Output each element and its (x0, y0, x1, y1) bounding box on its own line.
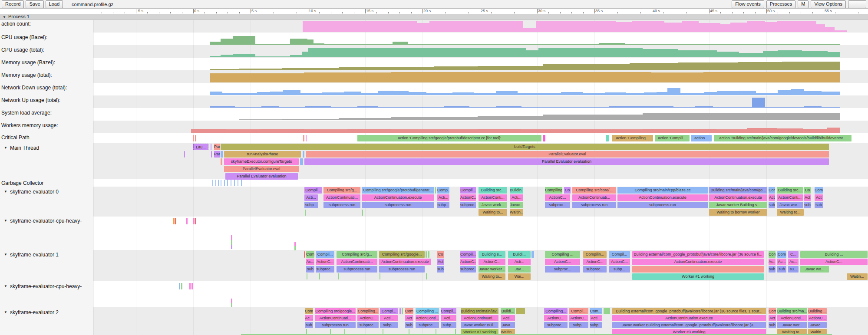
trace-event[interactable] (303, 151, 304, 158)
trace-event[interactable]: subproc... (357, 322, 379, 328)
trace-event[interactable] (402, 308, 403, 314)
trace-event[interactable]: subp... (380, 322, 398, 328)
trace-event[interactable] (426, 251, 427, 258)
trace-event[interactable]: Com (815, 187, 823, 194)
trace-event[interactable]: Buildi... (501, 308, 515, 314)
trace-event[interactable]: Ac... (769, 259, 776, 265)
trace-event[interactable] (184, 151, 185, 158)
trace-event[interactable]: Building s... (479, 251, 505, 258)
trace-event[interactable]: Compiling src/g... (323, 187, 360, 194)
trace-event[interactable]: Com (777, 251, 786, 258)
trace-event[interactable]: subproc... (316, 266, 334, 273)
trace-event[interactable]: subprocess.run (362, 202, 434, 208)
trace-event[interactable]: subproc... (583, 266, 607, 273)
trace-event[interactable]: Act (804, 194, 811, 201)
trace-event[interactable]: Building src/main/java/com/go... (709, 187, 767, 194)
trace-event[interactable]: Compili... (460, 251, 476, 258)
trace-event[interactable]: ActionC... (800, 259, 868, 265)
trace-event[interactable]: Par (214, 151, 220, 158)
trace-event[interactable]: sub (437, 266, 444, 273)
trace-event[interactable]: subprocess.run (337, 266, 377, 273)
sidebar-track-skyframe-evaluator-1[interactable]: ▼skyframe-evaluator 1 (0, 251, 93, 258)
trace-event[interactable]: Par (214, 144, 220, 150)
trace-event[interactable]: ActionC... (545, 259, 580, 265)
trace-event[interactable]: ActionC... (583, 259, 607, 265)
trace-event[interactable]: Com... (590, 308, 602, 314)
flow-events-button[interactable]: Flow events (732, 0, 764, 8)
trace-event[interactable] (306, 135, 307, 141)
trace-event[interactable]: Compiling src/google... (315, 308, 356, 314)
trace-event[interactable]: ActionConti... (777, 194, 803, 201)
trace-event[interactable]: Com (769, 308, 776, 314)
sidebar-track-main-thread[interactable]: ▼Main Thread (0, 145, 93, 151)
trace-event[interactable]: sub (405, 322, 413, 328)
trace-event[interactable]: skyframeExecutor.configureTargets (224, 158, 299, 165)
trace-event[interactable]: runAnalysisPhase (224, 151, 301, 158)
trace-event[interactable] (300, 158, 303, 165)
trace-event[interactable]: Acti... (441, 315, 456, 321)
trace-event[interactable] (516, 308, 525, 314)
trace-event[interactable]: ActionC... (569, 315, 588, 321)
trace-event[interactable] (428, 251, 429, 258)
sidebar-track-skyframe-evaluator-0[interactable]: ▼skyframe-evaluator 0 (0, 188, 93, 195)
trace-event[interactable]: Ac... (305, 315, 313, 321)
trace-event[interactable]: Act (769, 194, 775, 201)
trace-event[interactable]: Buildi... (508, 251, 531, 258)
trace-event[interactable]: Acti... (508, 259, 531, 265)
trace-event[interactable]: Javac wor... (777, 202, 803, 208)
trace-event[interactable]: Acti... (304, 194, 318, 201)
trace-event[interactable]: Building src... (479, 187, 507, 194)
trace-event[interactable]: Ac... (788, 259, 799, 265)
trace-event[interactable]: Com (405, 308, 413, 314)
trace-event[interactable]: ActionContinuati... (461, 315, 498, 321)
trace-event[interactable]: Compiling src/core/... (572, 187, 616, 194)
trace-event[interactable]: Compiling src/google... (379, 251, 425, 258)
processes-button[interactable]: Processes (766, 0, 795, 8)
trace-event[interactable]: Acti... (510, 194, 523, 201)
trace-event[interactable]: C... (788, 251, 799, 258)
trace-event[interactable]: ActionC... (479, 259, 505, 265)
trace-event[interactable] (221, 151, 223, 158)
trace-event[interactable]: subproc... (416, 322, 439, 328)
trace-event[interactable]: Compil... (569, 308, 588, 314)
trace-event[interactable]: Building ... (808, 308, 827, 314)
trace-event[interactable]: Waiting to... (479, 273, 505, 280)
trace-event[interactable]: sub (769, 322, 776, 328)
trace-event[interactable]: action 'Building src/main/java/com/googl… (714, 135, 851, 141)
trace-event[interactable]: action 'Compiling src/google/protobuf/de… (357, 135, 541, 141)
trace-event[interactable]: Building src... (777, 187, 803, 194)
trace-event[interactable]: Ac... (777, 259, 786, 265)
trace-event[interactable]: Acti... (590, 315, 602, 321)
trace-event[interactable]: ActionContinuation.execute (617, 194, 708, 201)
trace-event[interactable]: Com (305, 308, 313, 314)
trace-event[interactable]: Compil... (441, 308, 456, 314)
trace-event[interactable]: Act (437, 259, 444, 265)
trace-event[interactable]: Buildin... (510, 187, 523, 194)
trace-event[interactable] (632, 266, 764, 273)
trace-event[interactable]: ActionC... (544, 315, 568, 321)
trace-event[interactable]: ActionContinuation.execute (612, 315, 766, 321)
trace-event[interactable]: ActionC... (460, 194, 476, 201)
trace-event[interactable] (303, 135, 304, 141)
trace-event[interactable]: Waiting to borrow worker (709, 209, 767, 216)
trace-event[interactable]: buildTargets (221, 144, 829, 150)
trace-event[interactable]: subp... (609, 266, 630, 273)
trace-event[interactable] (221, 158, 222, 165)
trace-event[interactable]: ParallelEvaluator.eval (306, 151, 829, 158)
trace-event[interactable]: subp... (437, 202, 449, 208)
trace-event[interactable]: Javac wor... (777, 322, 807, 328)
process-header[interactable]: ▼Process 1 (0, 14, 868, 20)
trace-event[interactable] (604, 308, 610, 314)
trace-event[interactable] (304, 251, 305, 258)
trace-event[interactable]: sub (769, 202, 775, 208)
trace-event[interactable]: subprocess.run (379, 266, 425, 273)
trace-event[interactable]: sub (306, 266, 314, 273)
trace-event[interactable]: Acti... (380, 315, 398, 321)
sidebar-track-skyframe-evaluator-cpu-heavy-[interactable]: ▼skyframe-evaluator-cpu-heavy- (0, 217, 93, 224)
m-button[interactable]: M (798, 0, 809, 8)
trace-event[interactable]: Building src/ma... (777, 308, 807, 314)
trace-event[interactable]: Compiling ... (545, 251, 580, 258)
save-button[interactable]: Save (26, 0, 43, 8)
trace-event[interactable]: Worker #1 working (632, 273, 764, 280)
trace-event[interactable]: Javac worker Building external/com_googl… (612, 322, 766, 328)
